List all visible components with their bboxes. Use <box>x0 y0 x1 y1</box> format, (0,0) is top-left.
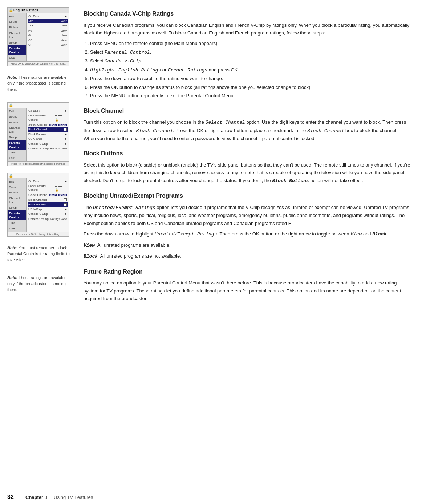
menu-row3-canadavchip[interactable]: Canada V-Chip▶ <box>28 212 68 216</box>
left-sidebar: 🔒 English Ratings Exit Sound Picture Cha… <box>0 7 76 490</box>
menu-row2-unrated[interactable]: Unrated/Exempt RatingsView <box>28 146 68 151</box>
nav-parentalcontrol-1[interactable]: Parental Control <box>8 45 26 55</box>
note-1-label: Note: <box>7 75 17 79</box>
menu-content-3: Go Back▶ Lock Parental Control 🔒 Select … <box>27 178 69 232</box>
footer-text: Chapter 3 Using TV Features <box>25 495 93 500</box>
footer-chapter-number: 3 <box>45 495 53 500</box>
menu-row3-blockbuttons[interactable]: Block Buttons <box>28 202 68 207</box>
nav-sound-1[interactable]: Sound <box>8 19 26 25</box>
blocking-canada-intro: If you receive Canadian programs, you ca… <box>84 21 411 37</box>
menu-row3-goback: Go Back▶ <box>28 179 68 184</box>
nav-parentalcontrol-2[interactable]: Parental Control <box>8 140 26 149</box>
tv-menu-box-2: 🔒 Exit Sound Picture Channel List Setup … <box>7 102 69 166</box>
nav-picture-2[interactable]: Picture <box>8 120 26 125</box>
menu-row3-selectchannel[interactable]: Select Channel HDMI1 HDMI2 <box>28 193 68 197</box>
menu-row3-blockchannel[interactable]: Block Channel <box>28 197 68 202</box>
menu-nav-2: Exit Sound Picture Channel List Setup Pa… <box>8 108 27 161</box>
note-3: Note: These ratings are available only i… <box>7 275 71 293</box>
nav-exit-3[interactable]: Exit <box>8 179 26 184</box>
menu-content-2: Go Back▶ Lock Parental Control 🔒 Select … <box>27 108 69 161</box>
step-4: Highlight English Ratings or French Rati… <box>90 66 411 74</box>
nav-sound-3[interactable]: Sound <box>8 184 26 190</box>
menu-header-1: English Ratings <box>8 8 69 13</box>
tv-menu-box-3: 🔒 Exit Sound Picture Channel List Setup … <box>7 173 69 237</box>
menu-footer-2: Press <|> to block/unblock the selected … <box>8 161 69 166</box>
menu-row-14plus[interactable]: 14+View <box>28 23 68 28</box>
nav-exit-2[interactable]: Exit <box>8 108 26 114</box>
page-footer: 32 Chapter 3 Using TV Features <box>0 490 422 504</box>
menu-row2-lockparental[interactable]: Lock Parental Control 🔒 <box>28 113 68 122</box>
note-2-label: Note: <box>7 246 17 250</box>
section-title-blocking-canada: Blocking Canada V-Chip Ratings <box>84 9 411 19</box>
nav-time-2[interactable]: Time <box>8 150 26 155</box>
step-3: Select Canada V-Chip. <box>90 57 411 65</box>
nav-picture-3[interactable]: Picture <box>8 190 26 195</box>
menu-layout-2: Exit Sound Picture Channel List Setup Pa… <box>8 108 69 161</box>
future-rating-text: You may notice an option in your Parenta… <box>84 279 411 302</box>
menu-row2-goback: Go Back▶ <box>28 108 68 113</box>
lock-icon-2: 🔒 <box>9 103 13 107</box>
block-buttons-text: Select this option to block (disable) or… <box>84 161 411 185</box>
menu-nav-1: Exit Sound Picture Channel List Setup Pa… <box>8 13 27 61</box>
nav-usb-2[interactable]: USB <box>8 155 26 161</box>
section-title-future-rating: Future Rating Region <box>84 267 411 276</box>
step-5: Press the down arrow to scroll to the ra… <box>90 75 411 82</box>
section-title-blocking-unrated: Blocking Unrated/Exempt Programs <box>84 191 411 201</box>
nav-setup-2[interactable]: Setup <box>8 135 26 140</box>
blocking-unrated-text-1: The Unrated/Exempt Ratings option lets y… <box>84 204 411 227</box>
tv-menu-box-1: 🔒 English Ratings Exit Sound Picture Cha… <box>7 7 69 66</box>
menu-content-1: Go Back▶ 18+View 14+View PGView GView <box>27 13 69 61</box>
menu-row3-usvchip[interactable]: US V-Chip▶ <box>28 207 68 212</box>
note-1: Note: These ratings are available only i… <box>7 74 71 93</box>
nav-time-3[interactable]: Time <box>8 220 26 226</box>
footer-section-label: Using TV Features <box>54 495 93 500</box>
menu-row2-usvchip[interactable]: US V-Chip▶ <box>28 136 68 141</box>
nav-exit-1[interactable]: Exit <box>8 14 26 19</box>
step-7: Press the MENU button repeatedly to exit… <box>90 92 411 99</box>
nav-usb-1[interactable]: USB <box>8 55 26 61</box>
menu-footer-1: Press OK to view/block programs with thi… <box>8 61 69 66</box>
note-2: Note: You must remember to lock Parental… <box>7 245 71 263</box>
menu-row3-lockparental[interactable]: Lock Parental Control 🔒 <box>28 184 68 192</box>
menu-row-g[interactable]: GView <box>28 33 68 38</box>
menu-row-c8plus[interactable]: C8+View <box>28 38 68 42</box>
menu-row2-canadavchip[interactable]: Canada V-Chip▶ <box>28 142 68 146</box>
nav-picture-1[interactable]: Picture <box>8 25 26 30</box>
blocking-unrated-view: View All unrated programs are available. <box>84 241 411 249</box>
note-3-label: Note: <box>7 275 17 280</box>
menu-row2-blockbuttons[interactable]: Block Buttons▶ <box>28 132 68 136</box>
menu-row2-blockchannel[interactable]: Block Channel <box>28 127 68 132</box>
menu-layout-3: Exit Sound Picture Channel List Setup Pa… <box>8 178 69 232</box>
lock-icon-1: 🔒 <box>9 8 13 12</box>
nav-setup-3[interactable]: Setup <box>8 205 26 210</box>
nav-channellist-3[interactable]: Channel List <box>8 196 26 205</box>
nav-channellist-1[interactable]: Channel List <box>8 30 26 40</box>
menu-row3-unrated[interactable]: Unrated/Exempt RatingsView <box>28 217 68 221</box>
menu-row2-selectchannel[interactable]: Select Channel HDMI1 HDMI2 <box>28 122 68 127</box>
lock-icon-3: 🔒 <box>9 174 13 178</box>
menu-nav-3: Exit Sound Picture Channel List Setup Pa… <box>8 178 27 232</box>
menu-row-18plus[interactable]: 18+View <box>28 19 68 23</box>
menu-row-pg[interactable]: PGView <box>28 28 68 33</box>
section-title-block-channel: Block Channel <box>84 106 411 116</box>
step-1: Press MENU on the remote control (the Ma… <box>90 40 411 47</box>
nav-setup-1[interactable]: Setup <box>8 40 26 45</box>
step-6: Press the OK button to change its status… <box>90 83 411 91</box>
blocking-unrated-block: Block All unrated programs are not avail… <box>84 252 411 260</box>
blocking-canada-steps: Press MENU on the remote control (the Ma… <box>90 40 411 99</box>
nav-sound-2[interactable]: Sound <box>8 114 26 119</box>
step-2: Select Parental Control. <box>90 48 411 56</box>
menu-row-c[interactable]: CView <box>28 42 68 47</box>
nav-usb-3[interactable]: USB <box>8 226 26 231</box>
right-content: Blocking Canada V-Chip Ratings If you re… <box>76 7 422 490</box>
menu-footer-3: Press <|> or OK to change this setting. <box>8 232 69 236</box>
page-number: 32 <box>7 494 18 500</box>
menu-row-goback: Go Back▶ <box>28 14 68 19</box>
block-channel-text: Turn this option on to block the channel… <box>84 118 411 142</box>
menu-layout-1: Exit Sound Picture Channel List Setup Pa… <box>8 13 69 61</box>
nav-channellist-2[interactable]: Channel List <box>8 125 26 135</box>
blocking-unrated-text-2: Press the down arrow to highlight Unrate… <box>84 230 411 238</box>
footer-chapter-label: Chapter <box>25 495 43 500</box>
page-container: 🔒 English Ratings Exit Sound Picture Cha… <box>0 0 422 490</box>
nav-parentalcontrol-3[interactable]: Parental Control <box>8 210 26 220</box>
